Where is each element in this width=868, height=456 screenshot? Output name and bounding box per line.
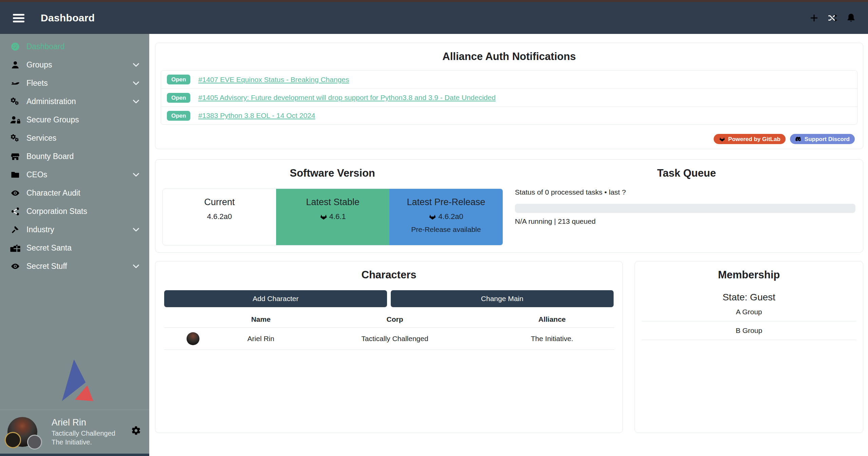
- add-icon[interactable]: [809, 13, 819, 23]
- user-avatar-group: [7, 414, 45, 450]
- notification-link[interactable]: #1405 Advisory: Future development will …: [198, 94, 496, 102]
- hamburger-menu-icon[interactable]: [13, 12, 24, 24]
- characters-table-header: Name Corp Alliance: [164, 312, 614, 328]
- sidebar-item-ceos[interactable]: CEOs: [0, 165, 149, 184]
- sidebar-item-services[interactable]: Services: [0, 129, 149, 147]
- version-stable-label: Latest Stable: [276, 197, 389, 207]
- chevron-down-icon: [132, 262, 140, 271]
- sidebar-item-secret-stuff[interactable]: Secret Stuff: [0, 257, 149, 275]
- membership-title: Membership: [635, 261, 863, 281]
- header-name: Name: [222, 312, 300, 328]
- user-corp: Tactically Challenged: [52, 429, 115, 438]
- navbar-actions: [809, 13, 856, 23]
- sidebar-item-industry[interactable]: Industry: [0, 220, 149, 239]
- sidebar-bottom-strip: [0, 454, 149, 456]
- add-character-button[interactable]: Add Character: [164, 290, 387, 307]
- group-row: B Group: [642, 321, 856, 340]
- gitlab-tanuki-icon: [320, 213, 327, 220]
- support-discord-badge[interactable]: Support Discord: [790, 134, 855, 144]
- task-queue-title: Task Queue: [509, 160, 864, 179]
- sidebar-item-label: Corporation Stats: [26, 207, 87, 216]
- header-alliance: Alliance: [490, 312, 614, 328]
- settings-gear-icon[interactable]: [131, 425, 141, 436]
- user-name: Ariel Rin: [52, 417, 115, 429]
- gitlab-badge-label: Powered by GitLab: [728, 136, 780, 142]
- characters-panel: Characters Add Character Change Main Nam…: [155, 261, 623, 433]
- membership-panel: Membership State: Guest A Group B Group: [635, 261, 863, 433]
- powered-by-gitlab-badge[interactable]: Powered by GitLab: [714, 134, 786, 144]
- character-portrait: [187, 332, 199, 345]
- sidebar-item-label: Services: [26, 134, 56, 143]
- chevron-down-icon: [132, 170, 140, 179]
- task-queue-line: N/A running | 213 queued: [515, 217, 596, 225]
- corp-logo-badge: [5, 432, 21, 448]
- user-icon: [7, 60, 23, 70]
- user-info: Ariel Rin Tactically Challenged The Init…: [52, 417, 115, 447]
- sidebar-item-dashboard[interactable]: Dashboard: [0, 37, 149, 56]
- sidebar-item-corporation-stats[interactable]: Corporation Stats: [0, 202, 149, 220]
- top-navbar: Dashboard: [0, 2, 868, 34]
- alliance-logo-badge: [27, 435, 42, 450]
- chevron-down-icon: [132, 225, 140, 234]
- status-badge: Open: [167, 75, 190, 84]
- sidebar-item-label: Administration: [26, 97, 76, 106]
- folder-icon: [7, 170, 23, 179]
- notifications-title: Alliance Auth Notifications: [155, 43, 863, 63]
- version-prerelease: Latest Pre-Release 4.6.2a0 Pre-Release a…: [389, 189, 503, 245]
- membership-groups-list: A Group B Group: [642, 303, 856, 340]
- membership-state: State: Guest: [635, 292, 863, 303]
- characters-table: Name Corp Alliance Ariel Rin Tactically …: [164, 312, 614, 350]
- sidebar-item-label: Secret Stuff: [26, 262, 67, 271]
- notification-link[interactable]: #1407 EVE Equinox Status - Breaking Chan…: [198, 76, 349, 84]
- share-icon: [7, 207, 23, 216]
- dashboard-gauge-icon: [7, 42, 23, 51]
- version-prerelease-label: Latest Pre-Release: [389, 197, 503, 207]
- task-progress-bar: [515, 204, 855, 213]
- sidebar-item-groups[interactable]: Groups: [0, 56, 149, 74]
- sidebar-item-fleets[interactable]: Fleets: [0, 74, 149, 92]
- software-version-section: Software Version Current 4.6.2a0 Latest …: [155, 160, 509, 252]
- sidebar-item-secret-santa[interactable]: Secret Santa: [0, 239, 149, 257]
- group-row: A Group: [642, 303, 856, 321]
- sidebar-item-label: Dashboard: [26, 42, 65, 51]
- notification-item: Open #1383 Python 3.8 EOL - 14 Oct 2024: [161, 106, 857, 124]
- character-corp-cell: Tactically Challenged: [300, 328, 490, 350]
- sidebar-item-label: Secret Santa: [26, 243, 72, 253]
- notification-link[interactable]: #1383 Python 3.8 EOL - 14 Oct 2024: [198, 112, 315, 120]
- chevron-down-icon: [132, 79, 140, 87]
- characters-title: Characters: [155, 261, 622, 281]
- gitlab-tanuki-icon: [719, 136, 726, 142]
- characters-actions: Add Character Change Main: [164, 290, 614, 307]
- shuffle-icon[interactable]: [827, 13, 837, 23]
- header-corp: Corp: [300, 312, 490, 328]
- version-current-label: Current: [163, 197, 276, 207]
- version-compare-box: Current 4.6.2a0 Latest Stable 4.6.1 Late…: [162, 189, 503, 245]
- cogs-icon: [7, 97, 23, 106]
- notifications-bell-icon[interactable]: [846, 13, 856, 23]
- cogs-icon: [7, 134, 23, 143]
- sidebar-item-bounty-board[interactable]: Bounty Board: [0, 147, 149, 165]
- discord-badge-label: Support Discord: [805, 136, 850, 142]
- main-content: Alliance Auth Notifications Open #1407 E…: [149, 34, 868, 456]
- user-alliance: The Initiative.: [52, 438, 115, 447]
- sidebar-item-label: Character Audit: [26, 189, 80, 198]
- sidebar-item-character-audit[interactable]: Character Audit: [0, 184, 149, 202]
- change-main-button[interactable]: Change Main: [391, 290, 614, 307]
- notifications-panel: Alliance Auth Notifications Open #1407 E…: [155, 43, 863, 149]
- discord-icon: [795, 136, 802, 142]
- sidebar-item-label: Groups: [26, 60, 52, 70]
- sidebar-item-label: Secure Groups: [26, 115, 79, 124]
- task-queue-section: Task Queue Status of 0 processed tasks •…: [509, 160, 864, 252]
- character-row: Ariel Rin Tactically Challenged The Init…: [164, 328, 614, 350]
- version-current: Current 4.6.2a0: [163, 189, 276, 245]
- sidebar-item-label: Industry: [26, 225, 54, 234]
- notification-item: Open #1407 EVE Equinox Status - Breaking…: [161, 71, 857, 88]
- eye-icon: [7, 189, 23, 198]
- sidebar-item-administration[interactable]: Administration: [0, 92, 149, 111]
- character-name-cell: Ariel Rin: [222, 328, 300, 350]
- user-lock-icon: [7, 115, 23, 124]
- software-version-title: Software Version: [155, 160, 509, 179]
- space-shuttle-icon: [7, 79, 23, 88]
- sidebar-item-secure-groups[interactable]: Secure Groups: [0, 111, 149, 129]
- task-status-line: Status of 0 processed tasks • last ?: [515, 188, 626, 196]
